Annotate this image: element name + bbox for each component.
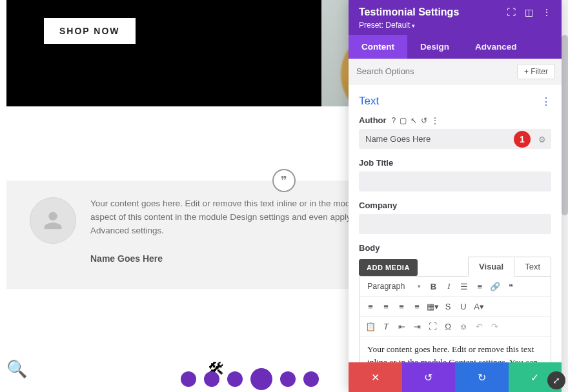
align-left-icon[interactable]: ≡ [363, 299, 378, 313]
dynamic-content-icon[interactable]: ⚙ [538, 134, 546, 144]
cancel-button[interactable]: ✕ [349, 362, 402, 392]
add-media-button[interactable]: ADD MEDIA [359, 259, 418, 276]
avatar [30, 197, 76, 244]
job-title-input[interactable] [359, 172, 551, 191]
body-label: Body [359, 243, 380, 253]
indent-icon[interactable]: ⇥ [410, 319, 424, 333]
pager-dots [181, 371, 319, 392]
format-select[interactable]: Paragraph [363, 280, 425, 293]
snap-icon[interactable]: ◫ [525, 7, 533, 17]
tab-advanced[interactable]: Advanced [462, 35, 530, 59]
field-body: Body ADD MEDIA Visual Text Paragraph B I… [359, 243, 551, 362]
search-icon[interactable]: 🔍 [6, 359, 27, 379]
link-icon[interactable]: 🔗 [488, 279, 502, 293]
pager-dot[interactable] [227, 371, 243, 387]
help-icon[interactable]: ? [392, 116, 396, 125]
special-char-icon[interactable]: Ω [441, 319, 455, 333]
panel-body: Text ⋮ Author ? ▢ ↖ ↺ ⋮ 1 ⚙ [349, 84, 562, 362]
job-title-label: Job Title [359, 158, 393, 168]
pager-dot[interactable] [204, 371, 219, 387]
clear-format-icon[interactable]: T [379, 319, 393, 333]
pager-dot[interactable] [280, 371, 296, 387]
scrollbar-track[interactable] [562, 0, 568, 392]
search-input[interactable] [355, 63, 517, 80]
text-color-icon[interactable]: A▾ [472, 299, 486, 313]
quote-icon: ❞ [272, 169, 296, 192]
callout-marker-1: 1 [514, 131, 531, 148]
underline-icon[interactable]: U [456, 299, 471, 313]
field-company: Company [359, 201, 551, 234]
text-tab[interactable]: Text [514, 257, 551, 277]
reset-icon[interactable]: ↺ [421, 116, 427, 125]
preset-dropdown[interactable]: Preset: Default [359, 21, 551, 30]
expand-icon[interactable]: ⛶ [507, 7, 516, 17]
shop-now-button[interactable]: SHOP NOW [44, 18, 136, 44]
bullet-list-icon[interactable]: ☰ [457, 279, 471, 293]
pager-dot[interactable] [303, 371, 319, 387]
strikethrough-icon[interactable]: S [441, 299, 455, 313]
toolbar-row-2: ≡ ≡ ≡ ≡ ▦▾ S U A▾ [360, 297, 551, 317]
responsive-icon[interactable]: ▢ [400, 116, 407, 125]
hero-left: SHOP NOW [6, 0, 321, 106]
field-author: Author ? ▢ ↖ ↺ ⋮ 1 ⚙ [359, 115, 551, 149]
blockquote-icon[interactable]: ❝ [503, 279, 518, 293]
visual-tab[interactable]: Visual [468, 257, 514, 277]
toolbar-row-1: Paragraph B I ☰ ≡ 🔗 ❝ [360, 277, 551, 297]
tab-design[interactable]: Design [407, 35, 462, 59]
numbered-list-icon[interactable]: ≡ [472, 279, 487, 293]
italic-icon[interactable]: I [441, 279, 456, 293]
hover-icon[interactable]: ↖ [411, 116, 417, 125]
align-justify-icon[interactable]: ≡ [410, 299, 424, 313]
section-menu-icon[interactable]: ⋮ [541, 95, 551, 108]
field-job-title: Job Title [359, 158, 551, 191]
redo-icon[interactable]: ↷ [487, 319, 502, 333]
filter-button[interactable]: + Filter [517, 64, 555, 79]
company-label: Company [359, 201, 397, 210]
align-right-icon[interactable]: ≡ [394, 299, 409, 313]
undo-icon[interactable]: ↶ [472, 319, 486, 333]
fullscreen-icon[interactable]: ⛶ [425, 319, 440, 333]
expand-fab-icon[interactable]: ⤢ [547, 371, 565, 389]
tabs: Content Design Advanced [349, 35, 562, 59]
panel-footer: ✕ ↺ ↻ ✓ [349, 362, 562, 392]
panel-header[interactable]: Testimonial Settings ⛶ ◫ ⋮ Preset: Defau… [349, 0, 562, 35]
scrollbar-thumb[interactable] [562, 35, 568, 215]
search-row: + Filter [349, 59, 562, 84]
section-title-text[interactable]: Text [359, 95, 379, 108]
more-icon[interactable]: ⋮ [542, 7, 551, 17]
panel-title: Testimonial Settings [359, 6, 459, 18]
align-center-icon[interactable]: ≡ [379, 299, 393, 313]
bold-icon[interactable]: B [426, 279, 440, 293]
tab-content[interactable]: Content [349, 35, 407, 59]
paste-icon[interactable]: 📋 [363, 319, 378, 333]
settings-panel: Testimonial Settings ⛶ ◫ ⋮ Preset: Defau… [349, 0, 562, 392]
table-icon[interactable]: ▦▾ [425, 299, 440, 313]
undo-button[interactable]: ↺ [402, 362, 456, 392]
rich-text-editor: Paragraph B I ☰ ≡ 🔗 ❝ ≡ ≡ ≡ ≡ ▦▾ S U A▾ [359, 276, 551, 362]
pager-dot[interactable] [181, 371, 196, 387]
author-label: Author [359, 115, 387, 125]
pager-dot-active[interactable] [250, 368, 272, 390]
toolbar-row-3: 📋 T ⇤ ⇥ ⛶ Ω ☺ ↶ ↷ [360, 317, 551, 337]
editor-body[interactable]: Your content goes here. Edit or remove t… [360, 337, 551, 362]
outdent-icon[interactable]: ⇤ [394, 319, 409, 333]
field-menu-icon[interactable]: ⋮ [431, 116, 439, 125]
company-input[interactable] [359, 214, 551, 234]
emoji-icon[interactable]: ☺ [456, 319, 471, 333]
redo-button[interactable]: ↻ [455, 362, 509, 392]
